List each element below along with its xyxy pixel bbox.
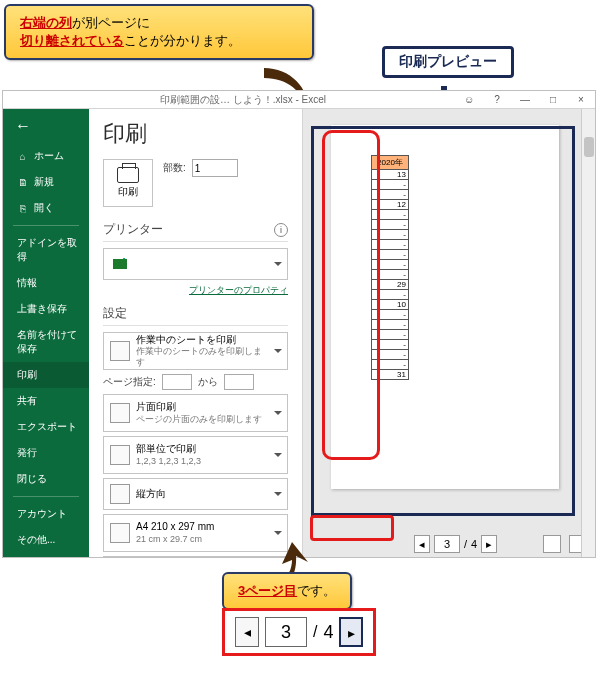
sidebar-item-label: アドインを取得 [17,236,85,264]
preview-scrollbar[interactable] [581,109,595,557]
column-cell: - [371,250,409,260]
print-settings-panel: 印刷 印刷 部数: プリンター i プリンターのプロパティ [89,109,303,557]
zoom-page-sep: / [313,623,317,641]
column-cell: - [371,230,409,240]
page-title: 印刷 [103,119,288,149]
callout-page3: 3ページ目です。 [222,572,352,610]
column-cell: - [371,260,409,270]
callout1-hl2: 切り離されている [20,33,124,48]
sidebar-item-label: 開く [34,201,54,215]
column-cell: - [371,290,409,300]
current-page-input[interactable] [434,535,460,553]
page-to-label: から [198,375,218,389]
print-button[interactable]: 印刷 [103,159,153,207]
chevron-down-icon [274,453,282,457]
column-cell: - [371,310,409,320]
sidebar-item-印刷[interactable]: 印刷 [3,362,89,388]
column-cell: - [371,330,409,340]
printer-icon [117,167,139,183]
column-cell: - [371,220,409,230]
column-cell: 29 [371,280,409,290]
sidebar-item-新規[interactable]: 🗎新規 [3,169,89,195]
printer-properties-link[interactable]: プリンターのプロパティ [189,285,288,295]
callout2-hl: 3ページ目 [238,583,297,598]
column-cell: - [371,320,409,330]
printer-heading: プリンター i [103,221,288,242]
sidebar-item-発行[interactable]: 発行 [3,440,89,466]
sidebar-item-label: 閉じる [17,472,47,486]
sides-select[interactable]: 片面印刷ページの片面のみを印刷します [103,394,288,432]
column-cell: - [371,180,409,190]
total-pages: 4 [471,538,477,550]
one-sided-icon [110,403,130,423]
scrollbar-thumb[interactable] [584,137,594,157]
sidebar-item-アドインを取得[interactable]: アドインを取得 [3,230,89,270]
sidebar-icon: 🗎 [17,177,28,188]
page-range-row: ページ指定: から [103,374,288,390]
sidebar-item-閉じる[interactable]: 閉じる [3,466,89,492]
sidebar-item-開く[interactable]: ⎘開く [3,195,89,221]
orientation-select[interactable]: 縦方向 [103,478,288,510]
zoom-prev-page-button[interactable]: ◂ [235,617,259,647]
collate-select[interactable]: 部単位で印刷1,2,3 1,2,3 1,2,3 [103,436,288,474]
excel-window: 印刷範囲の設… しよう！.xlsx - Excel ☺ ? — □ × ← ⌂ホ… [2,90,596,558]
copies-label: 部数: [163,161,186,175]
prev-page-button[interactable]: ◂ [414,535,430,553]
chevron-down-icon [274,411,282,415]
page-to-input[interactable] [224,374,254,390]
min-button[interactable]: — [511,94,539,105]
column-cell: - [371,270,409,280]
sidebar-item-label: アカウント [17,507,67,521]
column-cell: - [371,190,409,200]
page-sep: / [464,538,467,550]
preview-column-table: 2020年13--12-------29-10------31 [371,155,409,380]
collate-icon [110,445,130,465]
callout1-t1: が別ページに [72,15,150,30]
sidebar-item-エクスポート[interactable]: エクスポート [3,414,89,440]
sidebar-item-その他...[interactable]: その他... [3,527,89,553]
chevron-down-icon [274,531,282,535]
sidebar-item-情報[interactable]: 情報 [3,270,89,296]
print-button-label: 印刷 [118,185,138,199]
backstage-sidebar: ← ⌂ホーム🗎新規⎘開くアドインを取得情報上書き保存名前を付けて保存印刷共有エク… [3,109,89,557]
sidebar-item-label: 上書き保存 [17,302,67,316]
sidebar-item-label: ホーム [34,149,64,163]
sidebar-icon: ⌂ [17,151,28,162]
page-from-input[interactable] [162,374,192,390]
max-button[interactable]: □ [539,94,567,105]
printer-info-icon[interactable]: i [274,223,288,237]
sidebar-item-アカウント[interactable]: アカウント [3,501,89,527]
zoom-current-page-input[interactable] [265,617,307,647]
close-button[interactable]: × [567,94,595,105]
print-preview-pane: 2020年13--12-------29-10------31 ◂ / 4 ▸ [303,109,595,557]
print-what-select[interactable]: 作業中のシートを印刷作業中のシートのみを印刷します [103,332,288,370]
chevron-down-icon [274,349,282,353]
column-cell: - [371,210,409,220]
sidebar-item-共有[interactable]: 共有 [3,388,89,414]
printer-select[interactable] [103,248,288,280]
sidebar-item-label: その他... [17,533,55,547]
sidebar-item-上書き保存[interactable]: 上書き保存 [3,296,89,322]
callout1-t2: ことが分かります。 [124,33,241,48]
chevron-down-icon [274,262,282,266]
sidebar-item-label: 新規 [34,175,54,189]
portrait-icon [110,484,130,504]
column-cell: 12 [371,200,409,210]
column-cell: - [371,240,409,250]
zoom-total-pages: 4 [323,622,333,643]
copies-input[interactable] [192,159,238,177]
help-icon[interactable]: ? [483,94,511,105]
sidebar-item-label: 印刷 [17,368,37,382]
user-icon[interactable]: ☺ [455,94,483,105]
column-cell: - [371,350,409,360]
zoom-to-page-button[interactable] [543,535,561,553]
sidebar-icon: ⎘ [17,203,28,214]
column-cell: 10 [371,300,409,310]
zoom-next-page-button[interactable]: ▸ [339,617,363,647]
sidebar-item-名前を付けて保存[interactable]: 名前を付けて保存 [3,322,89,362]
preview-label: 印刷プレビュー [382,46,514,78]
page-navigator: ◂ / 4 ▸ [414,535,497,553]
back-icon[interactable]: ← [3,115,89,143]
next-page-button[interactable]: ▸ [481,535,497,553]
sidebar-item-ホーム[interactable]: ⌂ホーム [3,143,89,169]
